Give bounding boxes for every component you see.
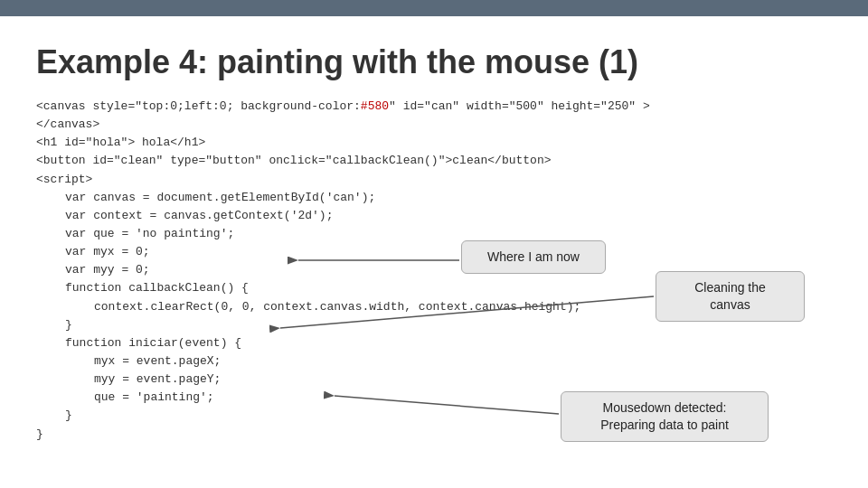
code-line-3: <h1 id="hola"> hola</h1> bbox=[36, 134, 832, 152]
code-line-16: myy = event.pageY; bbox=[36, 371, 832, 389]
code-line-5: <script> bbox=[36, 171, 832, 189]
code-line-8: var que = 'no painting'; bbox=[36, 225, 832, 243]
code-line-14: function iniciar(event) { bbox=[36, 334, 832, 352]
code-line-7: var context = canvas.getContext('2d'); bbox=[36, 207, 832, 225]
code-line-6: var canvas = document.getElementById('ca… bbox=[36, 189, 832, 207]
code-line-1: <canvas style="top:0;left:0; background-… bbox=[36, 98, 832, 116]
cleaning-canvas-annotation: Cleaning thecanvas bbox=[656, 271, 805, 322]
top-bar bbox=[0, 0, 868, 16]
slide-title: Example 4: painting with the mouse (1) bbox=[36, 43, 832, 81]
code-line-2: </canvas> bbox=[36, 116, 832, 134]
code-line-9: var myx = 0; bbox=[36, 243, 832, 261]
where-i-am-annotation: Where I am now bbox=[461, 240, 606, 274]
slide: Example 4: painting with the mouse (1) <… bbox=[0, 16, 868, 488]
mousedown-annotation: Mousedown detected:Preparing data to pai… bbox=[561, 391, 769, 442]
code-line-4: <button id="clean" type="button" onclick… bbox=[36, 152, 832, 170]
code-line-15: myx = event.pageX; bbox=[36, 352, 832, 371]
